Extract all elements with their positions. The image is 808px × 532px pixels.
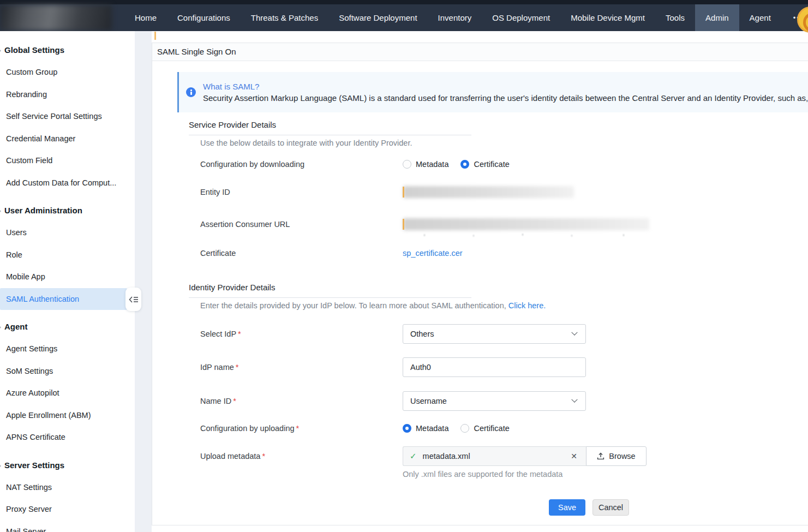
app-logo[interactable]: [0, 5, 112, 31]
upload-metadata-note: Only .xml files are supported for the me…: [403, 470, 562, 479]
sidebar-section-user-administration[interactable]: User Administration: [0, 200, 135, 222]
entity-id-redacted-value: [403, 186, 574, 198]
sidebar-item-mobile-app[interactable]: Mobile App: [0, 266, 135, 288]
identity-provider-section-title: Identity Provider Details: [189, 283, 471, 298]
entity-id-label: Entity ID: [200, 188, 403, 196]
select-idp-row: Select IdP* Others: [200, 324, 806, 344]
assertion-consumer-url-label: Assertion Consumer URL: [200, 220, 403, 229]
browse-button[interactable]: Browse: [586, 446, 647, 466]
sidebar-section-agent[interactable]: Agent: [0, 316, 135, 338]
radio-download-certificate-label[interactable]: Certificate: [474, 160, 509, 169]
collapse-sidebar-icon: [129, 296, 139, 303]
sidebar-item-apns-certificate[interactable]: APNS Certificate: [0, 426, 135, 449]
saml-sso-panel: SAML Single Sign On What is SAML? Securi…: [152, 43, 808, 525]
entity-id-row: Entity ID: [200, 182, 806, 202]
name-id-row: Name ID* Username: [200, 391, 806, 411]
sidebar-item-nat-settings[interactable]: NAT Settings: [0, 476, 135, 499]
nav-item-threats-patches[interactable]: Threats & Patches: [241, 4, 328, 31]
select-idp-label-text: Select IdP: [200, 330, 236, 338]
sidebar-item-add-custom-data[interactable]: Add Custom Data for Comput...: [0, 172, 135, 194]
idp-subtitle-text: Enter the details provided by your IdP b…: [200, 301, 506, 310]
certificate-row: Certificate sp_certificate.cer: [200, 243, 806, 263]
select-idp-dropdown[interactable]: Others: [403, 324, 586, 344]
sidebar-item-agent-settings[interactable]: Agent Settings: [0, 338, 135, 360]
nav-top-strip: [0, 0, 808, 4]
required-marker: *: [296, 424, 300, 433]
nav-item-inventory[interactable]: Inventory: [428, 4, 482, 31]
sidebar-section-server-settings[interactable]: Server Settings: [0, 455, 135, 476]
nav-item-admin[interactable]: Admin: [695, 4, 739, 31]
idp-name-input[interactable]: [403, 357, 586, 377]
remove-file-button[interactable]: ✕: [568, 451, 579, 462]
sp-certificate-download-link[interactable]: sp_certificate.cer: [403, 249, 463, 258]
upload-icon: [597, 452, 604, 460]
browse-button-label: Browse: [609, 452, 635, 461]
nav-item-home[interactable]: Home: [124, 4, 167, 31]
sidebar-item-apple-enrollment[interactable]: Apple Enrollment (ABM): [0, 404, 135, 427]
sidebar-content-gap: [135, 31, 152, 532]
sidebar-item-rebranding[interactable]: Rebranding: [0, 83, 135, 106]
sidebar-item-som-settings[interactable]: SoM Settings: [0, 360, 135, 382]
sidebar-collapse-toggle[interactable]: [125, 288, 141, 311]
sidebar-item-custom-field[interactable]: Custom Field: [0, 150, 135, 172]
nav-item-mobile-device-mgmt[interactable]: Mobile Device Mgmt: [560, 4, 655, 31]
assertion-consumer-url-redacted-value: [403, 218, 649, 230]
admin-sidebar: Global Settings Custom Group Rebranding …: [0, 31, 135, 532]
saml-info-banner: What is SAML? Security Assertion Markup …: [177, 72, 808, 112]
config-upload-row: Configuration by uploading* Metadata Cer…: [200, 419, 806, 438]
radio-download-metadata-label[interactable]: Metadata: [416, 160, 448, 169]
redaction-edge-tick: [403, 187, 404, 198]
assertion-consumer-url-row: Assertion Consumer URL: [200, 214, 806, 234]
name-id-label-text: Name ID: [200, 397, 231, 405]
redaction-edge-tick: [403, 219, 404, 230]
radio-download-certificate[interactable]: [460, 160, 469, 169]
nav-item-tools[interactable]: Tools: [655, 4, 695, 31]
radio-upload-certificate[interactable]: [460, 424, 469, 433]
cancel-button[interactable]: Cancel: [592, 499, 629, 516]
nav-item-software-deployment[interactable]: Software Deployment: [328, 4, 427, 31]
service-provider-subtitle: Use the below details to integrate with …: [200, 139, 412, 147]
info-icon: [186, 87, 196, 97]
sidebar-section-global-settings[interactable]: Global Settings: [0, 39, 135, 61]
saml-info-description: Security Assertion Markup Language (SAML…: [203, 92, 808, 104]
certificate-label: Certificate: [200, 249, 403, 258]
scroll-indicator-tick: [154, 32, 156, 40]
config-download-label: Configuration by downloading: [200, 160, 403, 169]
sidebar-item-azure-autopilot[interactable]: Azure Autopilot: [0, 382, 135, 404]
config-upload-label: Configuration by uploading*: [200, 424, 403, 433]
upload-metadata-row: Upload metadata* ✓ metadata.xml ✕ Browse: [200, 446, 806, 466]
name-id-dropdown[interactable]: Username: [403, 391, 586, 411]
sidebar-item-custom-group[interactable]: Custom Group: [0, 61, 135, 83]
radio-upload-metadata-label[interactable]: Metadata: [416, 424, 448, 433]
nav-item-configurations[interactable]: Configurations: [167, 4, 241, 31]
save-button[interactable]: Save: [549, 499, 585, 516]
required-marker: *: [236, 363, 239, 372]
idp-name-row: IdP name*: [200, 357, 806, 377]
redaction-artifacts: [408, 234, 648, 238]
sidebar-item-users[interactable]: Users: [0, 222, 135, 244]
radio-upload-certificate-label[interactable]: Certificate: [474, 424, 509, 433]
identity-provider-subtitle: Enter the details provided by your IdP b…: [200, 301, 546, 310]
idp-name-label-text: IdP name: [200, 363, 234, 372]
select-idp-label: Select IdP*: [200, 330, 403, 338]
sidebar-item-saml-authentication[interactable]: SAML Authentication: [0, 288, 127, 310]
upload-metadata-label-text: Upload metadata: [200, 452, 260, 461]
radio-upload-metadata[interactable]: [403, 424, 411, 433]
required-marker: *: [262, 452, 265, 461]
sidebar-item-credential-manager[interactable]: Credential Manager: [0, 128, 135, 150]
nav-item-os-deployment[interactable]: OS Deployment: [482, 4, 560, 31]
radio-download-metadata[interactable]: [403, 160, 411, 169]
sidebar-item-role[interactable]: Role: [0, 244, 135, 266]
upload-metadata-label: Upload metadata*: [200, 452, 403, 461]
required-marker: *: [233, 397, 236, 405]
click-here-link[interactable]: Click here.: [508, 301, 546, 310]
what-is-saml-link[interactable]: What is SAML?: [203, 81, 808, 92]
nav-item-agent[interactable]: Agent: [739, 4, 781, 31]
name-id-label: Name ID*: [200, 397, 403, 405]
uploaded-file-field[interactable]: ✓ metadata.xml ✕: [403, 446, 586, 466]
check-icon: ✓: [410, 451, 417, 461]
sidebar-item-self-service-portal-settings[interactable]: Self Service Portal Settings: [0, 105, 135, 128]
sidebar-item-mail-server[interactable]: Mail Server: [0, 521, 135, 532]
idp-name-label: IdP name*: [200, 363, 403, 372]
sidebar-item-proxy-server[interactable]: Proxy Server: [0, 498, 135, 521]
